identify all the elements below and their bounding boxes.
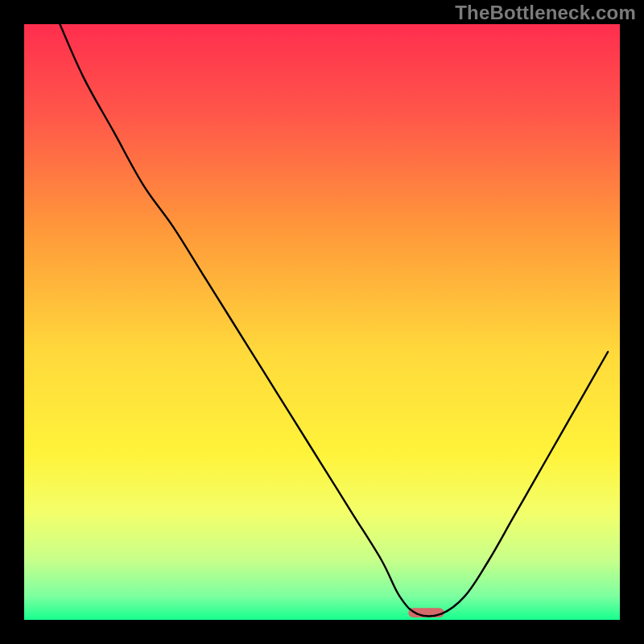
chart-svg bbox=[0, 0, 644, 644]
plot-background bbox=[24, 24, 620, 620]
chart-stage: TheBottleneck.com bbox=[0, 0, 644, 644]
